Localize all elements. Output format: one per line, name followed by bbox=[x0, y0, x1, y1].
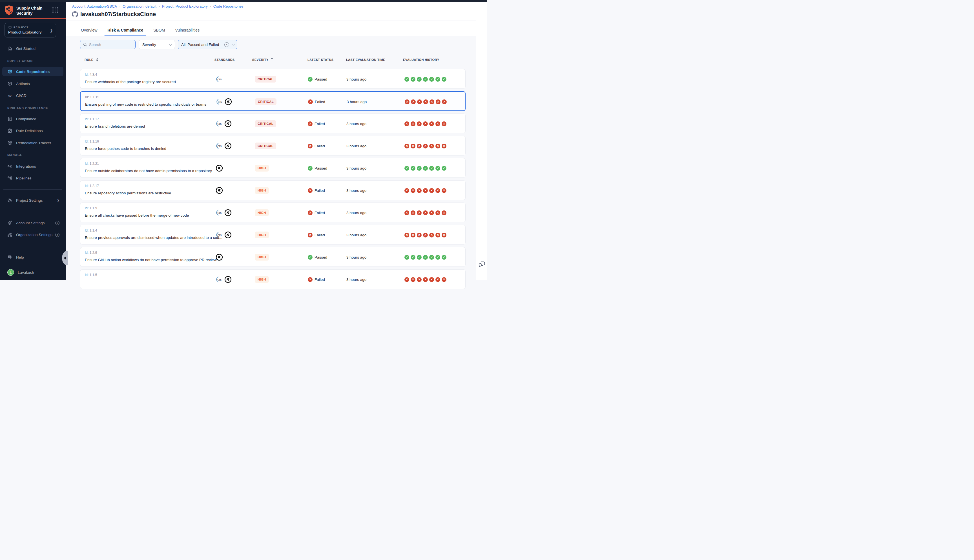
sidebar-user-menu[interactable]: L Lavakush bbox=[2, 268, 63, 277]
page-header: Account: Automation-SSCA› Organization: … bbox=[66, 2, 487, 36]
rule-id: Id: 1.1.5 bbox=[85, 273, 97, 277]
status-label: Failed bbox=[315, 233, 325, 237]
svg-text:?: ? bbox=[9, 256, 10, 258]
standard-cis-icon: CIS bbox=[215, 209, 222, 216]
history-failed-icon: × bbox=[410, 188, 415, 193]
project-switcher[interactable]: PROJECT Product Exploratory ❯ bbox=[5, 23, 56, 37]
standards-cell bbox=[215, 158, 223, 178]
sort-desc-icon[interactable] bbox=[271, 58, 273, 60]
history-passed-icon: ✓ bbox=[417, 77, 422, 82]
sidebar-item-label: Get Started bbox=[16, 47, 35, 51]
rule-row[interactable]: Id: 1.1.16Ensure force pushes code to br… bbox=[80, 136, 465, 155]
history-passed-icon: ✓ bbox=[404, 255, 409, 260]
history-passed-icon: ✓ bbox=[442, 255, 446, 260]
sidebar-item-account-settings[interactable]: Account Settings i bbox=[2, 218, 63, 228]
history-failed-icon: × bbox=[442, 144, 446, 148]
window-top-strip bbox=[0, 0, 487, 2]
sidebar-item-label: Account Settings bbox=[16, 221, 45, 225]
tab-overview[interactable]: Overview bbox=[80, 24, 98, 36]
sidebar-item-pipelines[interactable]: Pipelines bbox=[2, 173, 63, 183]
svg-text:CIS: CIS bbox=[218, 100, 222, 103]
info-icon[interactable]: i bbox=[55, 233, 60, 237]
history-failed-icon: × bbox=[429, 210, 434, 215]
rule-row[interactable]: Id: 1.2.9Ensure GitHub action workflows … bbox=[80, 247, 465, 267]
sidebar-item-artifacts[interactable]: Artifacts bbox=[2, 79, 63, 88]
sidebar-item-project-settings[interactable]: Project Settings ❯ bbox=[2, 195, 63, 205]
status-passed-icon: ✓ bbox=[308, 255, 312, 260]
history-passed-icon: ✓ bbox=[417, 166, 422, 171]
sort-icon[interactable] bbox=[96, 58, 98, 62]
history-failed-icon: × bbox=[436, 100, 440, 104]
status-failed-icon: × bbox=[308, 122, 312, 126]
rule-row[interactable]: Id: 1.2.17Ensure repository action permi… bbox=[80, 180, 465, 200]
tab-sbom[interactable]: SBOM bbox=[152, 24, 166, 36]
breadcrumb-project-link[interactable]: Project: Product Exploratory bbox=[162, 4, 208, 8]
sidebar-item-integrations[interactable]: Integrations bbox=[2, 162, 63, 171]
tab-vulnerabilities[interactable]: Vulnerabilities bbox=[174, 24, 200, 36]
standard-owasp-icon bbox=[215, 253, 223, 261]
clear-filter-icon[interactable]: ✕ bbox=[224, 42, 229, 47]
rule-id: Id: 1.2.21 bbox=[85, 162, 99, 166]
feedback-chat-icon[interactable] bbox=[478, 260, 485, 268]
rule-row[interactable]: Id: 1.1.15Ensure pushing of new code is … bbox=[80, 91, 465, 111]
status-passed-icon: ✓ bbox=[308, 77, 312, 82]
last-evaluation-time: 3 hours ago bbox=[346, 225, 366, 245]
rule-row[interactable]: Id: 1.1.17Ensure branch deletions are de… bbox=[80, 113, 465, 133]
status-filter-dropdown[interactable]: All: Passed and Failed ✕ bbox=[178, 40, 237, 49]
rule-id: Id: 1.1.15 bbox=[85, 95, 99, 99]
column-header-last-evaluation-time: LAST EVALUATION TIME bbox=[346, 58, 385, 62]
history-passed-icon: ✓ bbox=[429, 166, 434, 171]
sidebar-item-compliance[interactable]: Compliance bbox=[2, 114, 63, 124]
severity-filter-dropdown[interactable]: Severity bbox=[138, 40, 175, 49]
history-failed-icon: × bbox=[410, 210, 415, 215]
standard-owasp-icon bbox=[215, 165, 223, 172]
home-icon bbox=[7, 46, 12, 51]
rule-id: Id: 1.1.17 bbox=[85, 117, 99, 121]
search-input[interactable] bbox=[89, 43, 128, 47]
history-failed-icon: × bbox=[442, 122, 446, 126]
severity-badge: HIGH bbox=[255, 209, 269, 216]
apps-grid-icon[interactable] bbox=[52, 7, 58, 13]
sidebar-item-get-started[interactable]: Get Started bbox=[2, 44, 63, 53]
history-passed-icon: ✓ bbox=[442, 166, 446, 171]
tab-risk-compliance[interactable]: Risk & Compliance bbox=[107, 24, 144, 36]
last-evaluation-time: 3 hours ago bbox=[346, 270, 366, 280]
rule-id: Id: 4.3.4 bbox=[85, 73, 97, 77]
rule-row[interactable]: Id: 1.1.9Ensure all checks have passed b… bbox=[80, 203, 465, 222]
sidebar-item-cicd[interactable]: ∞ CI/CD bbox=[2, 91, 63, 100]
history-failed-icon: × bbox=[417, 122, 422, 126]
sidebar-item-remediation-tracker[interactable]: Remediation Tracker bbox=[2, 138, 63, 148]
chevron-separator: › bbox=[158, 5, 160, 8]
sidebar-item-organization-settings[interactable]: Organization Settings i bbox=[2, 230, 63, 240]
history-passed-icon: ✓ bbox=[404, 77, 409, 82]
standard-owasp-icon bbox=[224, 209, 232, 216]
github-icon bbox=[72, 11, 78, 17]
sidebar-item-help[interactable]: ? Help bbox=[2, 252, 63, 262]
severity-badge: CRITICAL bbox=[255, 143, 276, 149]
sidebar-section-supply-chain: SUPPLY CHAIN bbox=[7, 59, 33, 63]
status-label: Passed bbox=[315, 77, 327, 82]
latest-status-cell: ×Failed bbox=[308, 203, 325, 223]
sidebar-item-rule-definitions[interactable]: Rule Definitions bbox=[2, 126, 63, 135]
breadcrumb-account-link[interactable]: Account: Automation-SSCA bbox=[72, 4, 117, 8]
history-failed-icon: × bbox=[442, 277, 446, 280]
breadcrumb-code-repositories-link[interactable]: Code Repositories bbox=[213, 4, 244, 8]
rule-row[interactable]: Id: 1.1.4Ensure previous approvals are d… bbox=[80, 225, 465, 245]
info-icon[interactable]: i bbox=[55, 221, 60, 225]
standard-cis-icon: CIS bbox=[215, 232, 222, 238]
svg-text:CIS: CIS bbox=[218, 212, 222, 214]
history-failed-icon: × bbox=[417, 277, 422, 280]
history-failed-icon: × bbox=[435, 210, 440, 215]
breadcrumb-organization-link[interactable]: Organization: default bbox=[123, 4, 157, 8]
chevron-right-icon: ❯ bbox=[50, 28, 53, 33]
integration-icon bbox=[7, 164, 12, 169]
latest-status-cell: ✓Passed bbox=[308, 69, 327, 89]
rule-row[interactable]: Id: 1.2.21Ensure outside collaborators d… bbox=[80, 158, 465, 178]
rule-row[interactable]: Id: 4.3.4Ensure webhooks of the package … bbox=[80, 69, 465, 89]
sidebar-item-code-repositories[interactable]: Code Repositories bbox=[2, 67, 63, 76]
rule-row[interactable]: Id: 1.1.5CISHIGH×Failed3 hours ago××××××… bbox=[80, 269, 465, 280]
brand-divider bbox=[0, 18, 66, 18]
sidebar-item-label: Artifacts bbox=[16, 82, 30, 86]
status-failed-icon: × bbox=[308, 188, 312, 193]
clipboard-check-icon bbox=[7, 128, 12, 133]
